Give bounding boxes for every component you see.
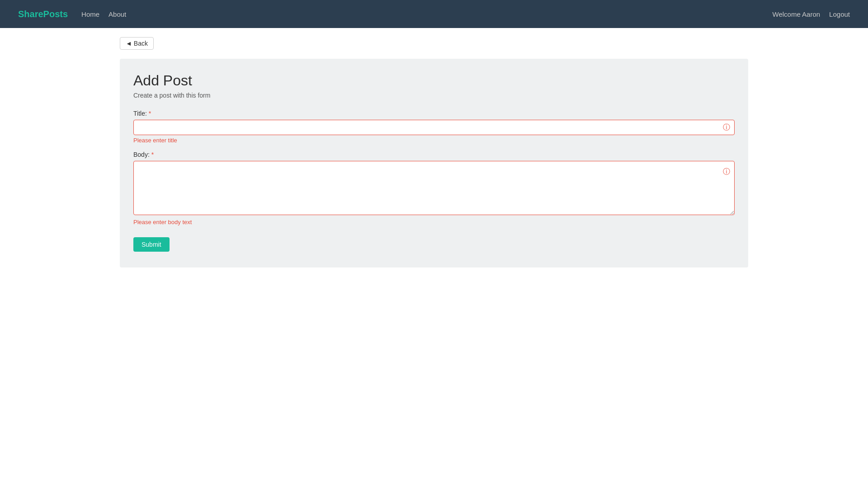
body-textarea[interactable] <box>133 161 735 215</box>
back-arrow-icon: ◄ <box>126 40 132 47</box>
back-button-container: ◄ Back <box>0 28 868 59</box>
welcome-text: Welcome Aaron <box>773 10 821 18</box>
navbar: SharePosts Home About Welcome Aaron Logo… <box>0 0 868 28</box>
logout-link[interactable]: Logout <box>829 10 850 18</box>
body-label: Body: * <box>133 151 735 158</box>
body-form-group: Body: * ⓘ Please enter body text <box>133 151 735 225</box>
form-card: Add Post Create a post with this form Ti… <box>120 59 748 267</box>
back-button[interactable]: ◄ Back <box>120 37 154 50</box>
title-form-group: Title: * ⓘ Please enter title <box>133 110 735 144</box>
submit-button[interactable]: Submit <box>133 237 170 252</box>
add-post-form: Title: * ⓘ Please enter title Body: * ⓘ <box>133 110 735 252</box>
body-input-wrapper: ⓘ <box>133 161 735 217</box>
form-subtitle: Create a post with this form <box>133 92 735 99</box>
navbar-brand[interactable]: SharePosts <box>18 9 68 19</box>
title-error-message: Please enter title <box>133 137 735 144</box>
main-content: Add Post Create a post with this form Ti… <box>0 59 868 267</box>
back-button-label: Back <box>134 40 148 47</box>
navbar-links: Home About <box>81 10 772 18</box>
title-label: Title: * <box>133 110 735 117</box>
title-input[interactable] <box>133 120 735 135</box>
title-input-wrapper: ⓘ <box>133 120 735 135</box>
nav-about-link[interactable]: About <box>108 10 126 18</box>
title-required-star: * <box>149 110 151 117</box>
body-required-star: * <box>151 151 154 158</box>
body-error-message: Please enter body text <box>133 219 735 225</box>
nav-home-link[interactable]: Home <box>81 10 99 18</box>
form-title: Add Post <box>133 72 735 89</box>
navbar-right: Welcome Aaron Logout <box>773 10 850 18</box>
